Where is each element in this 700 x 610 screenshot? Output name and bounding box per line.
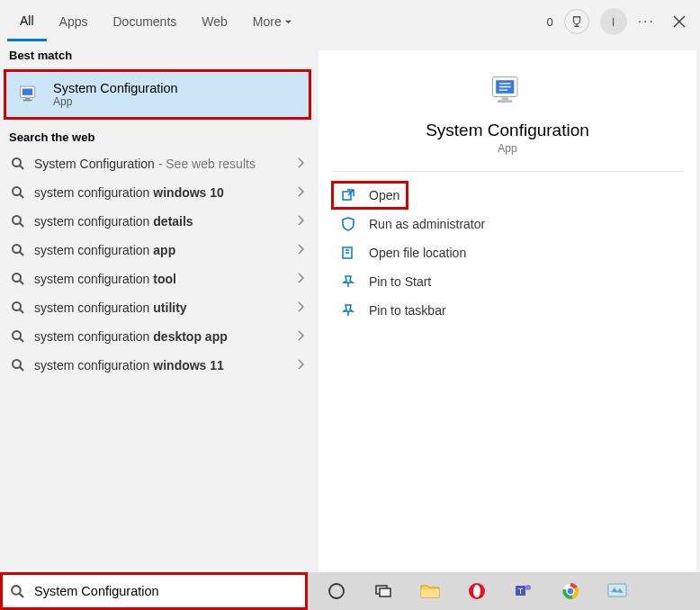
- best-match-label: Best match: [0, 43, 315, 67]
- svg-rect-21: [380, 588, 390, 597]
- search-icon: [11, 214, 25, 229]
- search-icon: [11, 272, 25, 286]
- shield-icon: [340, 216, 356, 232]
- best-match-title: System Configuration: [53, 81, 178, 95]
- web-result-item[interactable]: system configuration app: [0, 236, 315, 265]
- file-explorer-icon[interactable]: [417, 579, 443, 604]
- svg-rect-30: [608, 584, 626, 597]
- web-result-text: system configuration windows 10: [34, 185, 288, 200]
- action-label: Run as administrator: [369, 217, 485, 231]
- chevron-right-icon: [297, 301, 304, 315]
- svg-point-6: [13, 216, 21, 224]
- best-match-subtitle: App: [53, 95, 178, 108]
- opera-icon[interactable]: [464, 579, 489, 604]
- open-file-location-button[interactable]: Open file location: [331, 238, 684, 267]
- web-result-text: system configuration app: [34, 243, 288, 257]
- svg-point-7: [13, 245, 21, 253]
- svg-point-8: [13, 274, 21, 282]
- web-result-item[interactable]: system configuration windows 11: [0, 351, 315, 380]
- action-label: Pin to taskbar: [369, 303, 446, 318]
- topbar-right: 0 I ···: [546, 8, 693, 35]
- chevron-right-icon: [297, 272, 304, 286]
- svg-rect-2: [25, 98, 30, 100]
- folder-icon: [340, 245, 356, 261]
- search-body: Best match System Configuration App Sear…: [0, 43, 700, 610]
- svg-rect-22: [421, 589, 439, 597]
- svg-point-18: [12, 586, 21, 595]
- start-search-window: All Apps Documents Web More 0 I ···: [0, 0, 700, 610]
- svg-rect-1: [22, 89, 32, 95]
- filter-tabs: All Apps Documents Web More: [7, 3, 305, 41]
- tab-more[interactable]: More: [240, 4, 305, 40]
- web-result-item[interactable]: system configuration details: [0, 207, 315, 236]
- web-result-item[interactable]: system configuration windows 10: [0, 178, 315, 207]
- app-icon: [488, 72, 527, 112]
- action-label: Open file location: [369, 246, 466, 260]
- pin-to-taskbar-button[interactable]: Pin to taskbar: [331, 296, 684, 325]
- chevron-right-icon: [297, 185, 304, 200]
- detail-header: System Configuration App: [331, 50, 684, 172]
- best-match-text: System Configuration App: [53, 81, 178, 108]
- web-result-item[interactable]: system configuration utility: [0, 293, 315, 322]
- web-result-item[interactable]: system configuration tool: [0, 265, 315, 293]
- system-configuration-icon: [17, 82, 42, 107]
- detail-title: System Configuration: [426, 121, 589, 140]
- rewards-count: 0: [546, 15, 552, 29]
- chevron-right-icon: [297, 243, 304, 257]
- detail-subtitle: App: [498, 142, 516, 155]
- svg-point-24: [473, 585, 480, 597]
- chevron-right-icon: [297, 329, 304, 344]
- close-button[interactable]: [666, 8, 693, 35]
- svg-point-29: [567, 588, 574, 595]
- chevron-right-icon: [297, 358, 304, 372]
- search-icon: [11, 243, 25, 257]
- search-icon: [10, 584, 25, 599]
- web-result-item[interactable]: system configuration desktop app: [0, 322, 315, 351]
- web-results-list: System Configuration - See web results s…: [0, 149, 315, 380]
- chrome-icon[interactable]: [558, 579, 583, 604]
- teams-icon[interactable]: T: [511, 579, 536, 604]
- web-result-text: system configuration utility: [34, 301, 288, 315]
- open-button[interactable]: Open: [331, 181, 408, 210]
- search-icon: [11, 185, 25, 200]
- cortana-icon[interactable]: [324, 579, 349, 604]
- app-icon[interactable]: [605, 579, 630, 604]
- svg-point-5: [13, 187, 21, 195]
- web-result-text: system configuration tool: [34, 272, 288, 286]
- pin-to-start-button[interactable]: Pin to Start: [331, 267, 684, 296]
- web-result-item[interactable]: System Configuration - See web results: [0, 149, 315, 178]
- svg-point-9: [13, 302, 21, 310]
- best-match-item[interactable]: System Configuration App: [6, 72, 309, 117]
- pin-icon: [340, 274, 356, 290]
- chevron-right-icon: [297, 214, 304, 229]
- search-web-label: Search the web: [0, 125, 315, 149]
- action-label: Open: [369, 188, 399, 202]
- more-options-icon[interactable]: ···: [638, 13, 655, 30]
- search-box[interactable]: [0, 572, 308, 610]
- action-label: Pin to Start: [369, 274, 431, 289]
- search-filter-bar: All Apps Documents Web More 0 I ···: [0, 0, 700, 43]
- run-as-admin-button[interactable]: Run as administrator: [331, 210, 684, 238]
- tab-apps[interactable]: Apps: [47, 4, 101, 40]
- chevron-right-icon: [297, 157, 304, 171]
- svg-rect-3: [23, 100, 32, 102]
- svg-point-19: [329, 584, 344, 598]
- tab-web[interactable]: Web: [189, 4, 240, 40]
- pin-icon: [340, 302, 356, 318]
- chevron-down-icon: [284, 14, 292, 29]
- svg-rect-14: [502, 97, 508, 100]
- taskbar-icons: T: [308, 572, 630, 610]
- web-result-text: system configuration desktop app: [34, 329, 288, 344]
- web-result-text: system configuration details: [34, 214, 288, 229]
- open-icon: [340, 187, 356, 203]
- results-pane: Best match System Configuration App Sear…: [0, 43, 315, 610]
- task-view-icon[interactable]: [371, 579, 396, 604]
- best-match-highlight: System Configuration App: [4, 69, 311, 120]
- tab-documents[interactable]: Documents: [100, 4, 189, 40]
- detail-actions: Open Run as administrator Open file loca…: [319, 172, 696, 334]
- rewards-icon[interactable]: [564, 9, 589, 34]
- search-icon: [11, 358, 25, 372]
- user-avatar[interactable]: I: [600, 8, 627, 35]
- search-input[interactable]: [32, 583, 298, 599]
- tab-all[interactable]: All: [7, 3, 47, 41]
